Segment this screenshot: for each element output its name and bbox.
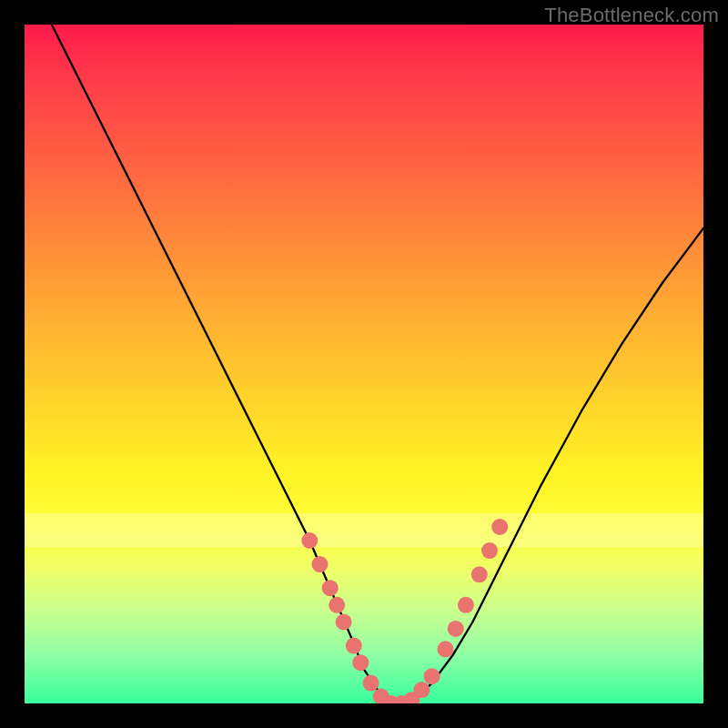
- marker-dot: [322, 580, 339, 596]
- marker-dot: [352, 654, 369, 671]
- marker-dot: [471, 566, 488, 582]
- marker-dot: [458, 597, 474, 613]
- marker-dot: [491, 519, 508, 535]
- curve-path: [52, 25, 703, 703]
- marker-dot: [336, 614, 352, 631]
- marker-dot: [438, 641, 454, 657]
- marker-dot: [481, 542, 498, 559]
- outer-frame: TheBottleneck.com: [0, 0, 728, 728]
- marker-dot: [448, 621, 464, 637]
- marker-dot: [363, 675, 379, 692]
- marker-dot: [329, 597, 345, 613]
- plot-area: [25, 25, 703, 703]
- marker-dot: [301, 532, 318, 549]
- marker-dot: [413, 682, 430, 698]
- chart-svg: [25, 25, 703, 703]
- marker-dot: [312, 556, 329, 572]
- marker-dot: [346, 638, 362, 654]
- marker-dot: [424, 668, 440, 684]
